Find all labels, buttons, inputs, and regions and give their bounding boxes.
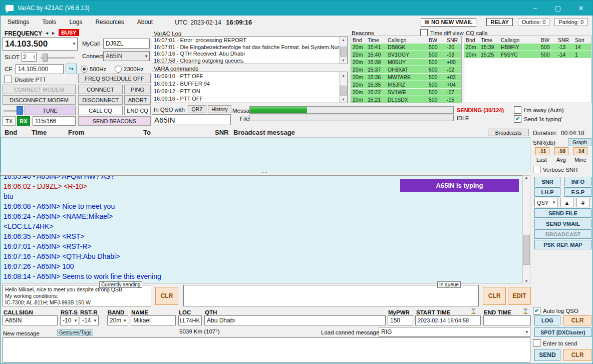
table-row[interactable]: 20m15:35IK5JRZ500+04 bbox=[351, 81, 461, 89]
table-row[interactable]: 20m15:21DL1SDX500-15 bbox=[351, 96, 461, 103]
tx-button[interactable]: TX bbox=[3, 116, 16, 126]
splitter-handle[interactable]: •• bbox=[262, 170, 268, 175]
log-clr-button[interactable]: CLR bbox=[563, 315, 591, 325]
ping-button[interactable]: PING bbox=[124, 85, 151, 94]
enter-to-send-checkbox[interactable]: Enter to send bbox=[533, 339, 577, 347]
freq-right-arrow-icon[interactable]: ► bbox=[51, 31, 56, 36]
qth-field[interactable]: Abu Dhabi bbox=[204, 315, 386, 325]
queue-clr-button[interactable]: CLR bbox=[483, 287, 506, 305]
hash-button[interactable]: # bbox=[576, 198, 589, 207]
log-button[interactable]: LOG bbox=[534, 315, 560, 325]
frequency-combo[interactable]: 14.103.500 ▼ bbox=[3, 37, 78, 51]
send-file-button[interactable]: SEND FILE bbox=[534, 208, 591, 218]
scroll-up-icon[interactable]: ▲ bbox=[342, 37, 345, 44]
bandwidth-500-radio[interactable]: 500Hz bbox=[81, 66, 106, 73]
tune-button[interactable]: TUNE bbox=[25, 106, 76, 115]
rst-r-combo[interactable]: -14▼ bbox=[80, 315, 99, 325]
table-row[interactable]: 20m15:37OH8XAT500-02 bbox=[351, 66, 461, 74]
table-row[interactable]: 20m15:39M0SUY500+00 bbox=[351, 59, 461, 66]
broadcasts-button[interactable]: Broadcasts bbox=[488, 129, 529, 136]
disconnect-modem-button[interactable]: DISCONNECT MODEM bbox=[3, 95, 76, 105]
connect-combo[interactable]: A65IN ▼ bbox=[103, 51, 150, 61]
in-queue-box[interactable] bbox=[183, 285, 479, 306]
bandwidth-2300-radio[interactable]: 2300Hz bbox=[115, 66, 144, 73]
send-beacons-button[interactable]: SEND BEACONS bbox=[78, 116, 151, 126]
graph-button[interactable]: Graph bbox=[568, 138, 591, 146]
menu-settings[interactable]: Settings bbox=[8, 19, 29, 26]
varac-log-box[interactable]: 16:07:01 - Error: processing REPORT16:07… bbox=[152, 36, 348, 64]
slot-spinner[interactable]: 2 ▴ ▾ bbox=[22, 53, 37, 62]
minimize-icon[interactable]: – bbox=[523, 1, 546, 16]
chat-scrollbar[interactable]: ▲ ▼ bbox=[522, 175, 530, 283]
snr-button[interactable]: SNR bbox=[534, 177, 560, 186]
qso-callsign-field[interactable]: A65IN bbox=[152, 114, 231, 125]
callsign-field[interactable]: A65IN bbox=[3, 315, 58, 325]
spot-dxcluster-button[interactable]: SPOT (DXCluster) bbox=[534, 327, 591, 337]
call-cq-button[interactable]: CALL CQ bbox=[78, 106, 123, 115]
freq-schedule-button[interactable]: FREQ SCHEDULE OFF bbox=[78, 74, 151, 83]
mycall-field[interactable]: DJ9ZL bbox=[103, 39, 150, 49]
maximize-icon[interactable]: ▢ bbox=[546, 1, 569, 16]
spin-down-icon[interactable]: ▾ bbox=[34, 57, 35, 60]
menu-logs[interactable]: Logs bbox=[69, 19, 82, 26]
send-clr-button[interactable]: CLR bbox=[563, 349, 591, 361]
varac-log-scrollbar[interactable]: ▲ ▼ bbox=[339, 37, 347, 64]
cf-sync-button[interactable]: ↪ bbox=[66, 64, 77, 74]
vara-commands-box[interactable]: 16:09:10 - PTT OFF16:09:12 - BUFFER 9416… bbox=[152, 72, 348, 103]
rst-s-combo[interactable]: -10▼ bbox=[60, 315, 79, 325]
scroll-down-icon[interactable]: ▼ bbox=[342, 96, 345, 103]
send-typing-checkbox[interactable]: ✔ Send 'is typing' bbox=[514, 115, 562, 123]
sending-clr-button[interactable]: CLR bbox=[155, 287, 178, 305]
disable-ptt-checkbox[interactable]: Disable PTT bbox=[5, 76, 46, 83]
freq-left-arrow-icon[interactable]: ◄ bbox=[45, 31, 49, 36]
new-message-input[interactable] bbox=[3, 337, 530, 362]
band-combo[interactable]: 20m▼ bbox=[107, 315, 128, 325]
outbox-counter[interactable]: Outbox: 0 bbox=[518, 18, 550, 26]
close-icon[interactable]: ✕ bbox=[569, 1, 592, 16]
menu-resources[interactable]: Resources bbox=[95, 19, 124, 26]
parking-counter[interactable]: Parking: 0 bbox=[554, 18, 587, 26]
table-row[interactable]: 20m15:40SV1GGY500-03 bbox=[351, 51, 461, 59]
psk-rep-map-button[interactable]: PSK REP. MAP bbox=[534, 240, 591, 249]
fsp-button[interactable]: F.S.P bbox=[564, 187, 591, 197]
history-button[interactable]: History bbox=[208, 105, 231, 113]
connect-button[interactable]: CONNECT bbox=[78, 85, 123, 94]
end-time-field[interactable] bbox=[483, 315, 531, 325]
table-row[interactable]: 20m15:36MW7ARE500+03 bbox=[351, 74, 461, 81]
mypwr-field[interactable]: 150 bbox=[388, 315, 413, 325]
queue-edit-button[interactable]: EDIT bbox=[508, 287, 531, 305]
table-row[interactable]: 20m15:41DB8GK500-20 bbox=[351, 44, 461, 51]
slot-slider-handle[interactable] bbox=[43, 54, 48, 62]
scroll-up-icon[interactable]: ▲ bbox=[342, 72, 345, 79]
connect-modem-button[interactable]: CONNECT MODEM bbox=[3, 85, 76, 94]
name-field[interactable]: Mikael bbox=[131, 315, 176, 325]
menu-about[interactable]: About bbox=[137, 19, 153, 26]
info-button[interactable]: INFO bbox=[564, 177, 591, 186]
auto-log-checkbox[interactable]: ✔ Auto log QSO bbox=[533, 307, 578, 314]
verbose-snr-checkbox[interactable]: Verbose SNR bbox=[533, 166, 578, 173]
broadcast-button[interactable]: BROADCAST bbox=[534, 229, 591, 239]
rx-button[interactable]: RX bbox=[17, 116, 30, 126]
send-vmail-button[interactable]: SEND VMAIL bbox=[534, 219, 591, 228]
table-row[interactable]: 20m15:25F5SYC500-141 bbox=[464, 51, 591, 59]
menu-tools[interactable]: Tools bbox=[42, 19, 56, 26]
start-time-field[interactable]: 2023-02-14 16:04:58 bbox=[415, 315, 481, 325]
broadcast-list[interactable] bbox=[1, 137, 530, 172]
qrz-button[interactable]: QRZ bbox=[188, 105, 206, 113]
vmail-button[interactable]: ✉ NO NEW VMAIL bbox=[421, 18, 477, 27]
scroll-down-icon[interactable]: ▼ bbox=[525, 279, 528, 283]
lhp-button[interactable]: LH.P bbox=[534, 187, 560, 197]
qsy-up-button[interactable]: ▲ bbox=[560, 198, 573, 207]
send-button[interactable]: SEND bbox=[534, 349, 560, 361]
relay-button[interactable]: RELAY bbox=[486, 18, 512, 26]
currently-sending-box[interactable]: Hello Mikael, nice to meet you despite s… bbox=[3, 285, 151, 306]
canned-message-combo[interactable]: RIG▼ bbox=[379, 327, 530, 337]
cf-field[interactable]: 14.105.000 bbox=[16, 64, 64, 74]
scroll-up-icon[interactable]: ▲ bbox=[525, 176, 528, 179]
table-row[interactable]: 20m15:22SV1WE500-07 bbox=[351, 89, 461, 96]
beacons-table[interactable]: BndTimeCallsignBWSNR20m15:41DB8GK500-202… bbox=[351, 36, 462, 103]
scroll-down-icon[interactable]: ▼ bbox=[342, 57, 345, 64]
tune-slider-handle[interactable] bbox=[17, 106, 23, 115]
loc-field[interactable]: LL74HK bbox=[178, 315, 202, 325]
qsy-combo[interactable]: QSY ▼ bbox=[534, 198, 557, 207]
